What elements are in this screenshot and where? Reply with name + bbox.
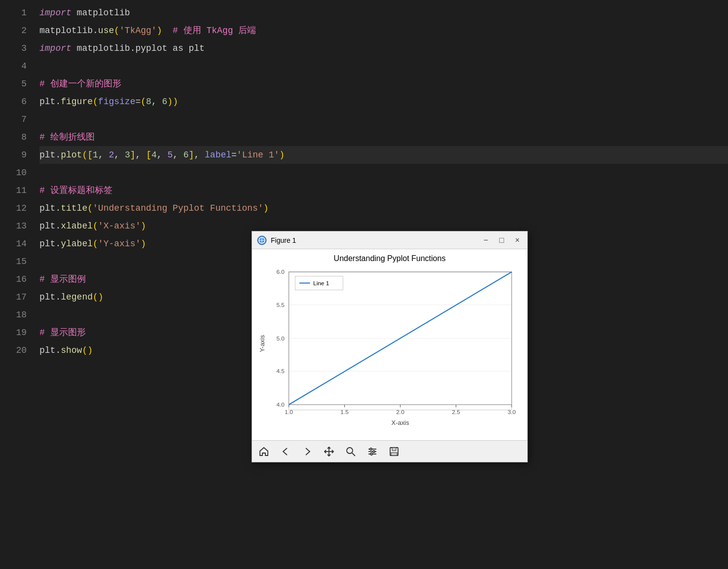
code-line-5: # 创建一个新的图形 xyxy=(39,75,728,93)
configure-toolbar-button[interactable] xyxy=(365,445,379,458)
token-dot-20: . xyxy=(55,341,61,359)
token-yaxis: 'Y-axis' xyxy=(98,235,141,253)
token-p2: ) xyxy=(157,22,162,39)
token-dot-3: . xyxy=(130,39,136,57)
zoom-toolbar-button[interactable] xyxy=(344,445,358,458)
line-num-15: 15 xyxy=(0,253,27,270)
token-eq-9: = xyxy=(231,146,237,164)
figure-window[interactable]: Figure 1 − □ × Understanding Pyplot Func… xyxy=(252,231,528,462)
token-comment-8: # 绘制折线图 xyxy=(39,128,95,146)
token-figure: figure xyxy=(61,93,93,111)
token-6n: 6 xyxy=(162,93,168,111)
token-plain-1: matplotlib xyxy=(72,4,130,22)
token-p6b: ) xyxy=(173,93,178,111)
code-line-12: plt.title('Understanding Pyplot Function… xyxy=(39,199,728,217)
svg-text:4.0: 4.0 xyxy=(276,401,285,408)
code-line-10 xyxy=(39,164,728,182)
svg-point-41 xyxy=(370,453,372,455)
svg-text:6.0: 6.0 xyxy=(276,268,285,275)
token-b9c: [ xyxy=(146,146,151,164)
chart-container: 4.0 4.5 5.0 5.5 6.0 1.0 1.5 2.0 xyxy=(257,265,522,435)
line-num-12: 12 xyxy=(0,199,27,217)
close-button[interactable]: × xyxy=(512,236,522,245)
token-4: 4 xyxy=(151,146,157,164)
line-numbers: 1 2 3 4 5 6 7 8 9 10 11 12 13 14 15 16 1… xyxy=(0,0,35,569)
svg-rect-43 xyxy=(392,448,396,451)
line-num-7: 7 xyxy=(0,111,27,128)
save-toolbar-button[interactable] xyxy=(387,445,401,458)
figure-titlebar: Figure 1 − □ × xyxy=(252,231,527,249)
svg-rect-44 xyxy=(391,453,397,455)
svg-text:Line 1: Line 1 xyxy=(313,280,329,287)
token-dot-13: . xyxy=(55,217,61,235)
matplotlib-icon xyxy=(257,235,267,245)
token-p17a: ( xyxy=(93,288,98,306)
token-xaxis: 'X-axis' xyxy=(98,217,141,235)
token-plt-9: plt xyxy=(39,146,55,164)
move-toolbar-button[interactable] xyxy=(322,445,336,458)
svg-text:5.0: 5.0 xyxy=(276,335,285,342)
svg-text:4.5: 4.5 xyxy=(276,368,285,375)
figure-plot-area: Understanding Pyplot Functions 4.0 4.5 5… xyxy=(252,249,527,440)
token-comment-2: # 使用 TkAgg 后端 xyxy=(173,22,256,39)
token-dot-9: . xyxy=(55,146,61,164)
code-line-7 xyxy=(39,111,728,128)
line-num-11: 11 xyxy=(0,182,27,199)
token-title: title xyxy=(61,199,87,217)
token-3: 3 xyxy=(125,146,130,164)
line-num-8: 8 xyxy=(0,128,27,146)
minimize-button[interactable]: − xyxy=(481,236,491,245)
token-b9a: [ xyxy=(87,146,93,164)
token-b6a: ( xyxy=(141,93,146,111)
line-num-1: 1 xyxy=(0,4,27,22)
line-num-17: 17 xyxy=(0,288,27,306)
token-import-1: import xyxy=(39,4,72,22)
token-comment-19: # 显示图形 xyxy=(39,324,86,341)
forward-toolbar-button[interactable] xyxy=(300,445,314,458)
maximize-button[interactable]: □ xyxy=(497,236,507,245)
line-num-5: 5 xyxy=(0,75,27,93)
figure-title: Figure 1 xyxy=(271,236,481,244)
code-line-9: plt.plot([1, 2, 3], [4, 5, 6], label='Li… xyxy=(39,146,728,164)
svg-text:Y-axis: Y-axis xyxy=(258,335,266,352)
line-num-14: 14 xyxy=(0,235,27,253)
token-c9a: , xyxy=(98,146,109,164)
line-num-16: 16 xyxy=(0,270,27,288)
chart-svg: 4.0 4.5 5.0 5.5 6.0 1.0 1.5 2.0 xyxy=(257,265,522,433)
code-line-2: matplotlib.use('TkAgg') # 使用 TkAgg 后端 xyxy=(39,22,728,39)
svg-text:X-axis: X-axis xyxy=(392,419,409,426)
token-dot-14: . xyxy=(55,235,61,253)
code-line-6: plt.figure(figsize=(8, 6)) xyxy=(39,93,728,111)
token-c9e: , xyxy=(173,146,183,164)
token-comment-5: # 创建一个新的图形 xyxy=(39,75,121,93)
token-xlabel: xlabel xyxy=(61,217,93,235)
token-show: show xyxy=(61,341,82,359)
token-p20a: ( xyxy=(82,341,87,359)
token-legend: legend xyxy=(61,288,93,306)
figure-toolbar xyxy=(252,440,527,462)
token-ylabel: ylabel xyxy=(61,235,93,253)
token-import-3: import xyxy=(39,39,72,57)
token-plot: plot xyxy=(61,146,82,164)
token-dot-17: . xyxy=(55,288,61,306)
token-figsize: figsize xyxy=(98,93,136,111)
plot-title: Understanding Pyplot Functions xyxy=(257,254,522,263)
window-controls: − □ × xyxy=(481,236,522,245)
token-p14b: ) xyxy=(141,235,146,253)
svg-text:1.0: 1.0 xyxy=(285,409,293,416)
line-num-4: 4 xyxy=(0,57,27,75)
token-pyplot-3: pyplot xyxy=(135,39,173,57)
token-dot-12: . xyxy=(55,199,61,217)
token-comma6: , xyxy=(151,93,162,111)
token-use: .use xyxy=(93,22,114,39)
token-p13a: ( xyxy=(93,217,98,235)
back-toolbar-button[interactable] xyxy=(279,445,292,458)
svg-rect-4 xyxy=(289,272,512,410)
line-num-20: 20 xyxy=(0,341,27,359)
code-line-11: # 设置标题和标签 xyxy=(39,182,728,199)
home-toolbar-button[interactable] xyxy=(257,445,271,458)
code-line-1: import matplotlib xyxy=(39,4,728,22)
line-num-13: 13 xyxy=(0,217,27,235)
code-line-3: import matplotlib.pyplot as plt xyxy=(39,39,728,57)
token-5: 5 xyxy=(167,146,173,164)
